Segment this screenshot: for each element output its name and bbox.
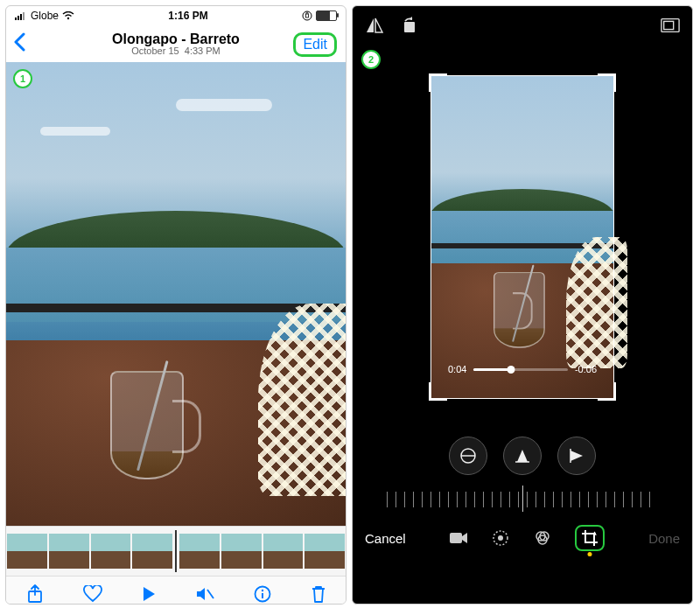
- mute-icon[interactable]: [195, 586, 214, 602]
- filmstrip-thumb[interactable]: [7, 534, 47, 569]
- cancel-button[interactable]: Cancel: [365, 531, 406, 546]
- info-icon[interactable]: [254, 585, 271, 603]
- share-icon[interactable]: [26, 584, 44, 604]
- crop-border: [430, 75, 614, 399]
- filmstrip-thumb[interactable]: [221, 534, 262, 569]
- svg-rect-6: [305, 14, 308, 17]
- back-button[interactable]: [13, 32, 25, 52]
- svg-rect-1: [18, 16, 19, 20]
- bottom-toolbar: [6, 577, 346, 605]
- svg-point-4: [67, 17, 69, 19]
- editor-top-bar: [353, 6, 692, 45]
- rotate-icon[interactable]: [400, 16, 419, 35]
- wifi-icon: [62, 11, 74, 20]
- step-badge-2: 2: [361, 50, 381, 69]
- adjust-buttons: [353, 430, 692, 482]
- play-icon[interactable]: [142, 586, 156, 602]
- svg-line-8: [207, 590, 214, 598]
- rotation-ruler[interactable]: [353, 482, 692, 517]
- playhead[interactable]: [175, 530, 177, 572]
- status-bar: Globe 1:16 PM: [6, 6, 346, 25]
- edit-button[interactable]: Edit: [293, 32, 337, 57]
- carrier-label: Globe: [31, 10, 59, 22]
- trash-icon[interactable]: [311, 584, 326, 604]
- filmstrip-thumb[interactable]: [91, 534, 131, 569]
- svg-rect-0: [15, 17, 17, 20]
- crop-handle-tr[interactable]: [598, 73, 616, 92]
- tab-video-icon[interactable]: [449, 528, 468, 548]
- crop-handle-tl[interactable]: [429, 73, 447, 92]
- page-subtitle: October 15 4:33 PM: [131, 45, 220, 56]
- editor-bottom-bar: Cancel Done: [353, 517, 692, 559]
- svg-point-21: [498, 535, 503, 541]
- svg-point-10: [261, 590, 262, 591]
- svg-rect-14: [664, 21, 674, 29]
- step-badge-1: 1: [13, 69, 32, 88]
- crop-handle-br[interactable]: [598, 382, 616, 401]
- nav-bar: Olongapo - Barreto October 15 4:33 PM Ed…: [6, 25, 346, 62]
- orientation-lock-icon: [302, 10, 312, 21]
- ruler-needle[interactable]: [522, 486, 523, 512]
- aspect-ratio-icon[interactable]: [661, 16, 680, 35]
- signal-icon: [15, 11, 27, 20]
- vertical-perspective-button[interactable]: [503, 437, 542, 475]
- active-tab-dot: [588, 552, 592, 556]
- svg-rect-19: [450, 533, 462, 543]
- battery-icon: [316, 10, 337, 21]
- filmstrip-thumb[interactable]: [49, 534, 89, 569]
- tab-filters-icon[interactable]: [533, 528, 552, 548]
- clock-label: 1:16 PM: [168, 10, 207, 22]
- crop-handle-bl[interactable]: [429, 382, 447, 401]
- video-filmstrip[interactable]: [6, 526, 346, 577]
- done-button[interactable]: Done: [648, 531, 680, 546]
- crop-icon: [580, 528, 599, 548]
- filmstrip-thumb[interactable]: [304, 534, 345, 569]
- svg-point-5: [303, 11, 312, 20]
- svg-rect-3: [23, 12, 24, 20]
- video-crop-editor: 2 0:04 -0:06: [352, 5, 693, 605]
- svg-rect-2: [20, 14, 22, 20]
- heart-icon[interactable]: [83, 585, 102, 603]
- filmstrip-thumb[interactable]: [179, 534, 220, 569]
- video-preview[interactable]: 1: [6, 62, 346, 526]
- svg-rect-12: [404, 22, 415, 32]
- photos-viewer-screen: Globe 1:16 PM Olongapo - Barreto October…: [5, 5, 346, 605]
- horizontal-perspective-button[interactable]: [557, 437, 596, 475]
- crop-canvas[interactable]: 2 0:04 -0:06: [353, 45, 692, 430]
- tab-adjust-icon[interactable]: [491, 528, 510, 548]
- crop-frame[interactable]: 0:04 -0:06: [430, 75, 614, 399]
- flip-horizontal-icon[interactable]: [365, 16, 384, 35]
- tab-crop-active[interactable]: [575, 525, 605, 551]
- straighten-button[interactable]: [449, 437, 487, 475]
- filmstrip-thumb[interactable]: [132, 534, 172, 569]
- filmstrip-thumb[interactable]: [263, 534, 304, 569]
- svg-rect-11: [262, 593, 263, 598]
